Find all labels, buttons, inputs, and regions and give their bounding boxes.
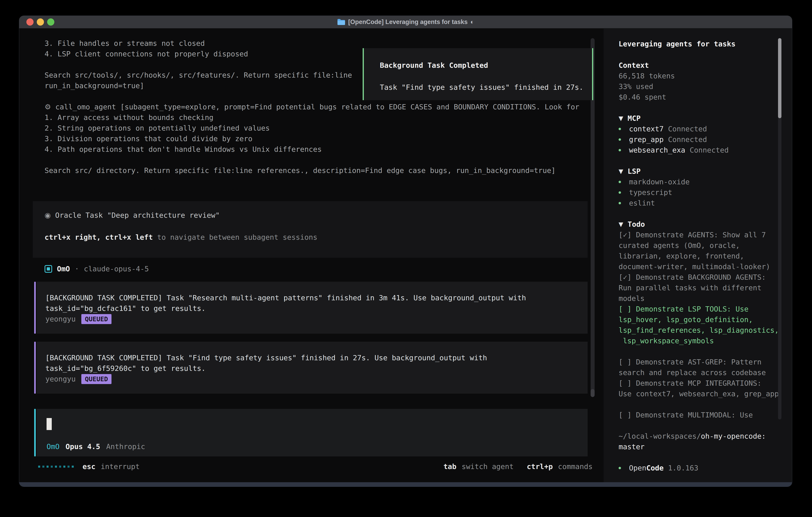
status-bar: esc interrupt tab switch agent ctrl+p co… bbox=[38, 461, 592, 472]
close-button[interactable] bbox=[26, 19, 34, 26]
status-dot-icon bbox=[618, 191, 621, 194]
lsp-section: ▼ LSP markdown-oxide typescript eslint bbox=[618, 166, 690, 208]
fisheye-icon: ◉ bbox=[45, 211, 51, 219]
message-author: yeongyu bbox=[46, 314, 76, 324]
maximize-button[interactable] bbox=[47, 19, 54, 26]
minimize-button[interactable] bbox=[37, 19, 44, 26]
status-dot-icon bbox=[618, 467, 621, 469]
ctrlp-key-hint: ctrl+p bbox=[527, 461, 553, 472]
background-task-toast: Background Task Completed Task "Find typ… bbox=[362, 48, 593, 100]
workspace-path: ~/local-workspaces/oh-my-opencode: bbox=[618, 431, 779, 441]
window-bottom-bar bbox=[19, 482, 792, 487]
context-spent: $0.46 spent bbox=[618, 92, 675, 102]
todo-line bbox=[618, 346, 779, 357]
todo-line: document-writer, multimodal-looker) bbox=[618, 261, 779, 272]
log-line: Search src/ directory. Return specific f… bbox=[45, 165, 579, 176]
gear-icon: ⚙ bbox=[45, 103, 51, 111]
todo-section-header[interactable]: ▼ Todo bbox=[618, 219, 779, 229]
workspace-branch: master bbox=[618, 441, 779, 452]
message-line1: [BACKGROUND TASK COMPLETED] Task "Resear… bbox=[46, 293, 526, 303]
ctrlp-key-label: commands bbox=[558, 461, 592, 472]
input-agent-name: OmO bbox=[47, 441, 60, 452]
mcp-section-header[interactable]: ▼ MCP bbox=[618, 113, 729, 124]
status-dot-icon bbox=[618, 181, 621, 183]
window-title-text: [OpenCode] Leveraging agents for tasks bbox=[348, 19, 468, 26]
status-dot-icon bbox=[618, 138, 621, 141]
log-line: 1. Array access without bounds checking bbox=[45, 112, 579, 123]
mcp-item: grep_app Connected bbox=[618, 134, 729, 145]
todo-line: [✓] Demonstrate AGENTS: Show all 7 bbox=[618, 229, 779, 240]
todo-line: models bbox=[618, 293, 779, 304]
oracle-task-title: ◉ Oracle Task "Deep architecture review" bbox=[45, 210, 220, 220]
separator-dot: · bbox=[75, 264, 79, 274]
tab-key-hint: tab bbox=[443, 461, 456, 472]
text-cursor bbox=[47, 418, 52, 430]
context-tokens: 66,518 tokens bbox=[618, 71, 675, 81]
log-line: 3. File handles or streams not closed bbox=[45, 38, 579, 49]
context-header: Context bbox=[618, 60, 675, 71]
input-meta: OmO Opus 4.5 Anthropic bbox=[47, 441, 145, 452]
collapse-triangle-icon: ▼ bbox=[618, 113, 623, 124]
todo-line: [ ] Demonstrate AST-GREP: Pattern bbox=[618, 357, 779, 367]
todo-line bbox=[618, 420, 779, 431]
tab-key-label: switch agent bbox=[462, 461, 514, 472]
message-line2: task_id="bg_6f59260c" to get results. bbox=[46, 363, 206, 374]
status-left: esc interrupt bbox=[38, 461, 140, 472]
queued-badge: QUEUED bbox=[81, 374, 112, 384]
status-dot-icon bbox=[618, 202, 621, 204]
window-title: [OpenCode] Leveraging agents for tasks ◐ bbox=[337, 19, 474, 26]
toast-title: Background Task Completed bbox=[380, 60, 488, 71]
todo-line: Run parallel tasks with different bbox=[618, 282, 779, 293]
collapse-triangle-icon: ▼ bbox=[618, 219, 623, 229]
todo-line-active: lsp_hover, lsp_goto_definition, bbox=[618, 314, 779, 325]
sidebar-scrollbar-thumb[interactable] bbox=[778, 38, 781, 118]
log-line-tool-call: ⚙ call_omo_agent [subagent_type=explore,… bbox=[45, 102, 579, 112]
title-bar: [OpenCode] Leveraging agents for tasks ◐ bbox=[19, 16, 792, 28]
todo-line bbox=[618, 399, 779, 410]
background-task-message: [BACKGROUND TASK COMPLETED] Task "Find t… bbox=[36, 342, 588, 393]
todo-line: search and replace across codebase bbox=[618, 367, 779, 378]
oracle-task-box: ◉ Oracle Task "Deep architecture review"… bbox=[33, 201, 588, 258]
mcp-section: ▼ MCP context7 Connected grep_app Connec… bbox=[618, 113, 729, 155]
context-section: Context 66,518 tokens 33% used $0.46 spe… bbox=[618, 60, 675, 102]
lsp-item: markdown-oxide bbox=[618, 176, 690, 187]
message-line1: [BACKGROUND TASK COMPLETED] Task "Find t… bbox=[46, 352, 487, 363]
todo-line-active: lsp_find_references, lsp_diagnostics, bbox=[618, 325, 779, 335]
toast-body: Task "Find type safety issues" finished … bbox=[380, 82, 583, 92]
input-model-name: Opus 4.5 bbox=[65, 441, 100, 452]
session-title: Leveraging agents for tasks bbox=[618, 38, 735, 49]
lsp-section-header[interactable]: ▼ LSP bbox=[618, 166, 690, 176]
input-accent-bar bbox=[34, 409, 36, 456]
message-author: yeongyu bbox=[46, 374, 76, 384]
omo-agent-icon bbox=[45, 265, 52, 273]
spinner-dots-icon bbox=[38, 466, 74, 468]
folder-icon bbox=[337, 19, 345, 25]
esc-key-hint: esc bbox=[83, 461, 95, 472]
mcp-item: context7 Connected bbox=[618, 124, 729, 134]
app-window: [OpenCode] Leveraging agents for tasks ◐… bbox=[19, 16, 792, 487]
esc-key-label: interrupt bbox=[101, 461, 140, 472]
todo-line-active: [ ] Demonstrate LSP TOOLS: Use bbox=[618, 304, 779, 314]
half-circle-icon: ◐ bbox=[470, 19, 474, 26]
agent-name: OmO bbox=[57, 264, 70, 274]
message-line2: task_id="bg_dcfac161" to get results. bbox=[46, 303, 206, 314]
todo-line: [ ] Demonstrate MCP INTEGRATIONS: bbox=[618, 378, 779, 388]
sidebar: Leveraging agents for tasks Context 66,5… bbox=[604, 28, 792, 483]
collapse-triangle-icon: ▼ bbox=[618, 166, 623, 176]
message-accent-bar bbox=[34, 282, 36, 334]
todo-line: curated agents (OmO, oracle, bbox=[618, 240, 779, 251]
mcp-item: websearch_exa Connected bbox=[618, 145, 729, 155]
status-right: tab switch agent ctrl+p commands bbox=[443, 461, 592, 472]
input-provider-name: Anthropic bbox=[106, 441, 145, 452]
prompt-input[interactable]: OmO Opus 4.5 Anthropic bbox=[36, 409, 588, 456]
status-dot-icon bbox=[618, 149, 621, 151]
main-scrollbar-thumb[interactable] bbox=[590, 389, 594, 397]
log-line: 2. String operations on potentially unde… bbox=[45, 123, 579, 133]
agent-header: OmO · claude-opus-4-5 bbox=[45, 264, 149, 274]
lsp-item: eslint bbox=[618, 198, 690, 208]
message-accent-bar bbox=[34, 342, 36, 393]
version-row: OpenCode 1.0.163 bbox=[618, 463, 779, 473]
todo-line-active: lsp_workspace_symbols bbox=[618, 335, 779, 346]
log-line: 4. Path operations that don't handle Win… bbox=[45, 144, 579, 155]
log-line bbox=[45, 155, 579, 165]
